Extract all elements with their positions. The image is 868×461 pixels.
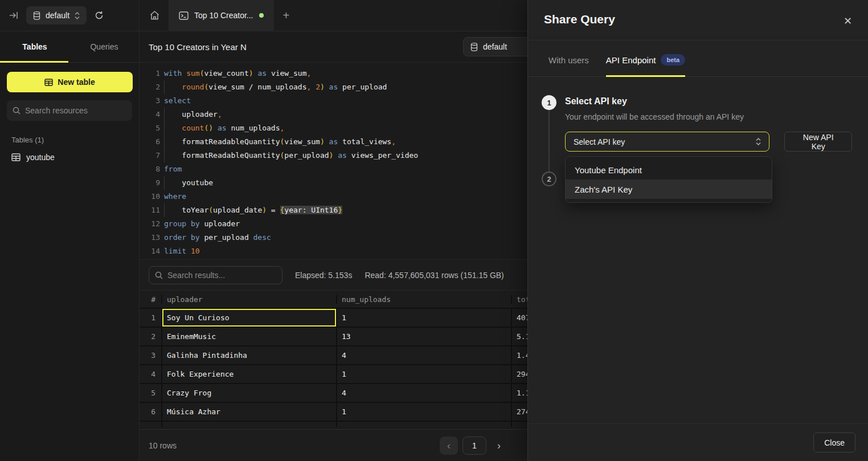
tab-with-users-label: With users — [548, 55, 589, 65]
indent-guide — [164, 80, 165, 94]
share-panel-tabs: With users API Endpoint beta — [528, 40, 868, 77]
uploader-cell[interactable]: Soy Un Curioso — [161, 309, 336, 327]
row-index-cell[interactable]: 3 — [140, 346, 161, 364]
tab-with-users[interactable]: With users — [548, 40, 589, 76]
table-grid-icon — [44, 79, 53, 86]
elapsed-stat: Elapsed: 5.153s — [295, 271, 352, 280]
line-number: 9 — [140, 176, 160, 190]
api-key-dropdown-menu: Youtube EndpointZach's API Key — [565, 156, 772, 203]
search-icon — [13, 107, 21, 115]
uploader-cell[interactable]: Crazy Frog — [161, 384, 336, 402]
new-tab-icon[interactable]: + — [283, 10, 290, 21]
new-table-button[interactable]: New table — [7, 72, 133, 92]
tables-section-label: Tables (1) — [11, 136, 139, 144]
num-uploads-cell[interactable]: 4 — [336, 384, 511, 402]
chevron-right-icon: › — [497, 440, 501, 452]
table-icon — [11, 153, 21, 161]
indent-guide — [164, 108, 165, 121]
row-count: 10 rows — [149, 441, 177, 450]
read-stat: Read: 4,557,605,031 rows (151.15 GB) — [365, 271, 503, 280]
share-panel-title: Share Query — [544, 13, 615, 26]
share-query-panel: Share Query ✕ With users API Endpoint be… — [527, 0, 868, 461]
resource-search-input[interactable] — [25, 106, 126, 115]
line-number: 12 — [140, 217, 160, 231]
column-header-num-uploads[interactable]: num_uploads — [336, 295, 511, 304]
query-title: Top 10 Creators in Year N — [149, 42, 247, 52]
chevron-updown-icon — [756, 138, 761, 145]
line-number: 4 — [140, 108, 160, 121]
indent-guide — [164, 203, 165, 217]
database-selector-value: default — [46, 11, 69, 20]
sidebar-collapse-icon[interactable] — [9, 11, 18, 19]
uploader-cell[interactable]: Galinha Pintadinha — [161, 346, 336, 364]
uploader-cell[interactable]: EminemMusic — [161, 328, 336, 345]
share-panel-content: 1 Select API key Your endpoint will be a… — [528, 77, 868, 186]
close-button[interactable]: Close — [813, 433, 855, 452]
database-icon — [470, 43, 478, 51]
indent-guide — [164, 149, 165, 162]
tab-api-endpoint[interactable]: API Endpoint beta — [606, 40, 685, 76]
database-icon — [33, 11, 40, 20]
query-tab-title: Top 10 Creator... — [194, 11, 253, 20]
line-number: 5 — [140, 121, 160, 135]
home-icon[interactable] — [150, 11, 159, 20]
num-uploads-cell[interactable]: 4 — [336, 346, 511, 364]
num-uploads-cell[interactable]: 13 — [336, 328, 511, 345]
api-key-select[interactable]: Select API key — [565, 132, 769, 152]
query-tab[interactable]: Top 10 Creator... — [169, 0, 274, 31]
line-number: 2 — [140, 80, 160, 94]
num-uploads-cell[interactable]: 1 — [336, 403, 511, 421]
line-number: 6 — [140, 135, 160, 149]
search-icon — [155, 271, 163, 279]
line-number: 10 — [140, 190, 160, 203]
database-selector[interactable]: default — [26, 6, 87, 25]
api-key-option[interactable]: Zach's API Key — [566, 179, 772, 199]
chevron-updown-icon — [75, 12, 80, 19]
uploader-cell[interactable]: Folk Experience — [161, 365, 336, 383]
num-uploads-cell[interactable]: 1 — [336, 365, 511, 383]
query-database-value: default — [483, 42, 507, 51]
next-page-button[interactable]: › — [491, 436, 507, 455]
refresh-icon[interactable] — [95, 11, 104, 20]
current-page[interactable]: 1 — [462, 436, 486, 455]
line-number: 7 — [140, 149, 160, 162]
row-index-cell[interactable]: 4 — [140, 365, 161, 383]
line-number: 14 — [140, 244, 160, 258]
step-2-number: 2 — [542, 172, 556, 186]
row-index-cell[interactable]: 5 — [140, 384, 161, 402]
column-header-uploader[interactable]: uploader — [161, 295, 336, 304]
uploader-cell[interactable]: Música Azhar — [161, 403, 336, 421]
line-number: 1 — [140, 67, 160, 80]
step-1-title: Select API key — [565, 96, 852, 107]
api-key-option[interactable]: Youtube Endpoint — [566, 160, 772, 179]
row-index-cell[interactable]: 6 — [140, 403, 161, 421]
pagination: ‹ 1 › — [440, 436, 507, 455]
share-panel-header: Share Query ✕ — [528, 0, 868, 40]
sidebar-item-youtube[interactable]: youtube — [0, 149, 139, 166]
resource-search[interactable] — [7, 100, 132, 121]
row-index-cell[interactable]: 2 — [140, 328, 161, 345]
indent-guide — [164, 121, 165, 135]
indent-guide — [164, 135, 165, 149]
top-bar-left: default — [0, 0, 140, 31]
tab-tables[interactable]: Tables — [0, 31, 69, 62]
line-number: 13 — [140, 231, 160, 244]
sidebar: Tables Queries New table Tables (1) yout… — [0, 31, 140, 461]
line-number: 11 — [140, 203, 160, 217]
column-header-index: # — [140, 295, 161, 304]
new-api-key-button[interactable]: New API Key — [784, 132, 852, 152]
unsaved-status-dot — [259, 13, 264, 18]
results-search[interactable] — [149, 266, 282, 284]
line-number: 3 — [140, 94, 160, 108]
terminal-icon — [179, 11, 189, 20]
step-1: 1 Select API key Your endpoint will be a… — [542, 95, 852, 152]
results-search-input[interactable] — [167, 271, 276, 280]
sidebar-tabs: Tables Queries — [0, 31, 139, 63]
prev-page-button[interactable]: ‹ — [440, 436, 458, 455]
tab-queries[interactable]: Queries — [69, 31, 139, 62]
row-index-cell[interactable]: 1 — [140, 309, 161, 327]
chevron-left-icon: ‹ — [447, 440, 451, 452]
close-icon[interactable]: ✕ — [841, 13, 854, 30]
tab-api-endpoint-label: API Endpoint — [606, 55, 656, 65]
num-uploads-cell[interactable]: 1 — [336, 309, 511, 327]
